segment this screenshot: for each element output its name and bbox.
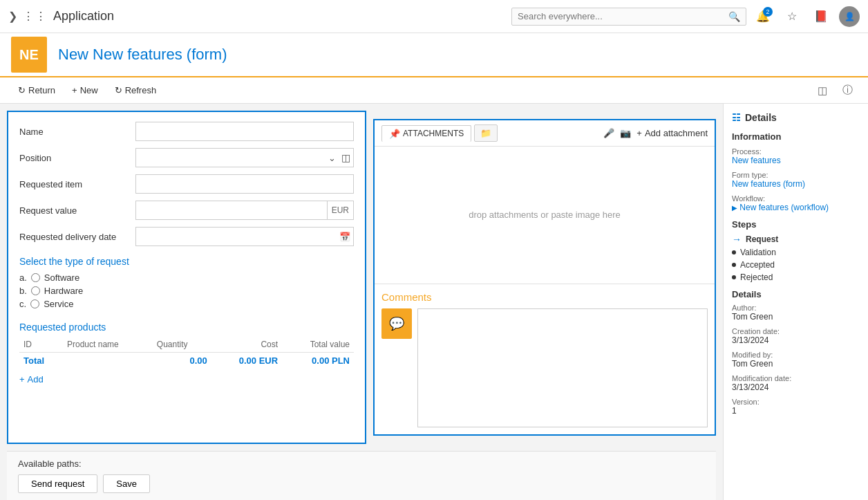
info-button[interactable]: ⓘ	[838, 81, 857, 100]
panel-icon: ◫	[818, 84, 827, 97]
radio-software-input[interactable]	[31, 273, 40, 282]
position-dropdown[interactable]: ⌄ ◫	[135, 148, 354, 167]
camera-icon: 📷	[620, 128, 631, 138]
author-field: Author: Tom Green	[732, 304, 860, 322]
panel-toggle-button[interactable]: ◫	[813, 81, 832, 100]
delivery-date-wrap: 📅	[135, 227, 354, 246]
bottom-bar: Available paths: Send request Save	[7, 451, 716, 500]
name-input[interactable]	[135, 122, 354, 141]
request-type-radio-group: a. Software b. Hardware c. Service	[19, 272, 354, 312]
position-field-row: Position ⌄ ◫	[19, 148, 354, 167]
mic-button[interactable]: 🎤	[603, 128, 614, 138]
delivery-date-input[interactable]	[136, 230, 337, 243]
favorites-button[interactable]: ☆	[781, 6, 803, 28]
details-header-label: Details	[745, 112, 777, 123]
radio-software-label: Software	[44, 272, 79, 283]
radio-a-label: a.	[19, 272, 27, 283]
available-paths-label: Available paths:	[18, 459, 705, 469]
currency-suffix: EUR	[327, 201, 353, 219]
add-product-button[interactable]: + Add	[19, 373, 44, 386]
comment-textarea[interactable]	[417, 308, 708, 428]
products-table: ID Product name Quantity Cost Total valu…	[19, 337, 354, 369]
book-icon: 📕	[814, 10, 828, 23]
return-button[interactable]: ↻ Return	[11, 82, 62, 98]
notifications-button[interactable]: 🔔 2	[752, 6, 774, 28]
delivery-date-label: Requested delivery date	[19, 232, 130, 242]
author-label: Author:	[732, 304, 860, 312]
save-button[interactable]: Save	[103, 474, 150, 493]
paperclip-icon: 📌	[389, 129, 400, 139]
total-row: Total 0.00 0.00 EUR 0.00 PLN	[19, 353, 354, 369]
calendar-icon[interactable]: 📅	[337, 232, 353, 242]
information-title: Information	[732, 131, 860, 142]
table-header-row: ID Product name Quantity Cost Total valu…	[19, 337, 354, 353]
step-validation: Validation	[732, 248, 860, 257]
new-button[interactable]: + New	[65, 82, 105, 98]
comments-input-row: 💬	[381, 308, 708, 428]
search-box: 🔍	[511, 8, 746, 26]
version-label: Version:	[732, 398, 860, 406]
col-cost: Cost	[211, 337, 282, 353]
nav-icons: 🔔 2 ☆ 📕 👤	[752, 6, 860, 28]
request-value-input[interactable]	[136, 204, 327, 217]
folder-button[interactable]: 📁	[474, 124, 498, 142]
author-value: Tom Green	[732, 312, 860, 322]
comments-title: Comments	[381, 291, 708, 303]
return-icon: ↻	[18, 85, 26, 95]
nav-dots-icon[interactable]: ⋮⋮	[23, 10, 48, 23]
attachment-actions: 🎤 📷 + Add attachment	[603, 128, 708, 138]
camera-button[interactable]: 📷	[620, 128, 631, 138]
step-dot-icon-2	[732, 263, 736, 267]
modification-date-label: Modification date:	[732, 374, 860, 382]
details-sidebar: ☷ Details Information Process: New featu…	[723, 104, 868, 500]
add-attachment-button[interactable]: + Add attachment	[636, 128, 708, 138]
name-field-row: Name	[19, 122, 354, 141]
requested-item-field-row: Requested item	[19, 174, 354, 194]
form-title: New New features (form)	[58, 46, 227, 64]
plus-icon: +	[19, 374, 25, 385]
step-request-label: Request	[746, 234, 778, 244]
avatar-initials: 👤	[845, 12, 855, 21]
col-product-name: Product name	[63, 337, 153, 353]
radio-hardware-input[interactable]	[31, 286, 40, 295]
comment-avatar: 💬	[381, 308, 412, 339]
step-rejected-label: Rejected	[740, 272, 773, 282]
radio-hardware-label: Hardware	[44, 286, 83, 296]
workflow-value: ▶ New features (workflow)	[732, 203, 860, 212]
attachments-tab[interactable]: 📌 ATTACHMENTS	[381, 125, 471, 142]
total-pln: 0.00 PLN	[282, 353, 354, 369]
step-dot-icon-3	[732, 275, 736, 279]
refresh-icon: ↻	[115, 85, 122, 95]
details-section-title: Details	[732, 289, 860, 299]
creation-date-field: Creation date: 3/13/2024	[732, 327, 860, 345]
requested-item-input[interactable]	[135, 174, 354, 194]
step-accepted: Accepted	[732, 260, 860, 270]
modification-date-value: 3/13/2024	[732, 382, 860, 392]
form-type-field: Form type: New features (form)	[732, 171, 860, 189]
col-quantity: Quantity	[153, 337, 211, 353]
nav-chevron-icon[interactable]: ❯	[8, 10, 17, 23]
creation-date-value: 3/13/2024	[732, 335, 860, 345]
settings-button[interactable]: 📕	[810, 6, 832, 28]
total-label: Total	[19, 353, 63, 369]
attachments-tab-label: ATTACHMENTS	[403, 129, 464, 138]
radio-software: a. Software	[19, 272, 354, 283]
steps-title: Steps	[732, 219, 860, 230]
form-type-label: Form type:	[732, 171, 860, 179]
star-icon: ☆	[787, 10, 797, 23]
comments-area: Comments 💬	[375, 284, 715, 435]
folder-icon: 📁	[480, 128, 491, 138]
send-request-button[interactable]: Send request	[18, 474, 97, 493]
version-field: Version: 1	[732, 398, 860, 416]
user-avatar[interactable]: 👤	[839, 6, 860, 27]
request-value-field-row: Request value EUR	[19, 201, 354, 220]
details-header: ☷ Details	[732, 112, 860, 123]
search-input[interactable]	[518, 11, 724, 21]
bottom-buttons: Send request Save	[18, 474, 705, 493]
drop-zone[interactable]: drop attachments or paste image here	[375, 147, 715, 284]
name-label: Name	[19, 127, 130, 137]
position-select[interactable]	[136, 151, 326, 165]
attachment-tabs: 📌 ATTACHMENTS 📁 🎤 📷 +	[375, 120, 715, 147]
radio-service-input[interactable]	[30, 299, 39, 308]
refresh-button[interactable]: ↻ Refresh	[108, 82, 164, 98]
